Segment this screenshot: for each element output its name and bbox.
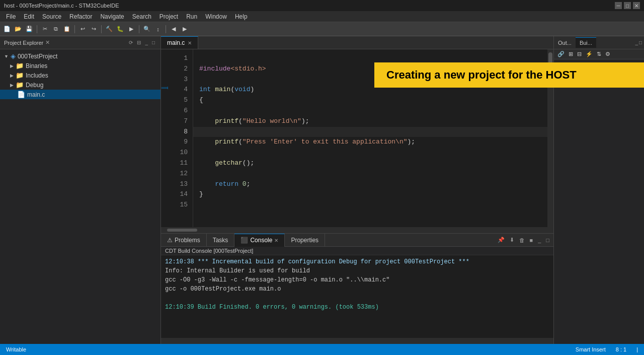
tree-item-debug[interactable]: ▶ 📁 Debug bbox=[0, 80, 160, 90]
ln-7: 7 bbox=[168, 116, 188, 127]
panel-header-controls[interactable]: ⟳ ⊟ _ □ bbox=[127, 39, 156, 46]
window-controls[interactable]: ─ □ ✕ bbox=[615, 2, 640, 9]
code-line-5: { bbox=[193, 95, 547, 106]
tree-mainc-label: main.c bbox=[27, 91, 45, 98]
toolbar-cut[interactable]: ✂ bbox=[40, 24, 50, 34]
ln-12: 12 bbox=[168, 169, 188, 179]
right-panel-minimize[interactable]: _ bbox=[635, 40, 638, 45]
toolbar-debug[interactable]: 🐛 bbox=[115, 24, 125, 34]
right-tb-settings[interactable]: ⚙ bbox=[604, 50, 612, 58]
folder-icon: 📁 bbox=[16, 62, 24, 69]
includes-folder-icon: 📁 bbox=[16, 72, 24, 79]
right-tb-sort[interactable]: ⇅ bbox=[595, 50, 603, 58]
status-divider: | bbox=[634, 346, 640, 352]
console-stop-btn[interactable]: ■ bbox=[528, 237, 535, 244]
right-tb-collapse[interactable]: ⊟ bbox=[576, 50, 583, 58]
right-panel-controls[interactable]: _ □ bbox=[633, 40, 644, 45]
editor-tab-mainc[interactable]: main.c ✕ bbox=[161, 36, 198, 49]
right-panel-maximize[interactable]: □ bbox=[639, 40, 642, 45]
editor-hscroll[interactable] bbox=[161, 227, 553, 233]
tab-close-icon[interactable]: ✕ bbox=[188, 40, 192, 46]
toolbar-paste[interactable]: 📋 bbox=[62, 24, 72, 34]
code-line-11: getchar(); bbox=[193, 158, 547, 169]
right-tab-build[interactable]: Bui... bbox=[576, 37, 596, 48]
menu-file[interactable]: File bbox=[2, 12, 20, 21]
toolbar-prev[interactable]: ◀ bbox=[169, 24, 179, 34]
toolbar-open[interactable]: 📂 bbox=[13, 24, 23, 34]
toolbar-next[interactable]: ▶ bbox=[180, 24, 190, 34]
console-line-1: 12:10:38 *** Incremental build of config… bbox=[165, 257, 549, 266]
menu-edit[interactable]: Edit bbox=[20, 12, 38, 21]
hscroll-thumb[interactable] bbox=[167, 229, 197, 232]
menu-source[interactable]: Source bbox=[38, 12, 65, 21]
maximize-button[interactable]: □ bbox=[624, 2, 631, 9]
console-line-6: 12:10:39 Build Finished. 0 errors, 0 war… bbox=[165, 303, 549, 312]
menu-refactor[interactable]: Refactor bbox=[65, 12, 96, 21]
right-tb-filter[interactable]: ⚡ bbox=[584, 50, 594, 58]
console-hscroll[interactable] bbox=[161, 338, 553, 344]
right-toolbar[interactable]: 🔗 ⊞ ⊟ ⚡ ⇅ ⚙ bbox=[554, 49, 644, 59]
tree-item-project[interactable]: ▼ ◈ 000TestProject bbox=[0, 51, 160, 61]
menu-window[interactable]: Window bbox=[201, 12, 231, 21]
right-tb-expand[interactable]: ⊞ bbox=[567, 50, 575, 58]
close-button[interactable]: ✕ bbox=[633, 2, 640, 9]
console-line-2: Info: Internal Builder is used for build bbox=[165, 266, 549, 275]
minimize-button[interactable]: ─ bbox=[615, 2, 622, 9]
toolbar-search[interactable]: 🔍 bbox=[142, 24, 152, 34]
menu-help[interactable]: Help bbox=[231, 12, 252, 21]
project-explorer-header: Project Explorer ✕ ⟳ ⊟ _ □ bbox=[0, 36, 160, 49]
tree-binaries-arrow: ▶ bbox=[10, 63, 14, 68]
toolbar-copy[interactable]: ⧉ bbox=[51, 24, 61, 34]
tree-item-binaries[interactable]: ▶ 📁 Binaries bbox=[0, 61, 160, 70]
toolbar-redo[interactable]: ↪ bbox=[89, 24, 99, 34]
title-bar: host - 000TestProject/main.c - STM32Cube… bbox=[0, 0, 644, 11]
console-minimize-btn[interactable]: _ bbox=[536, 237, 543, 244]
sync-icon[interactable]: ⟳ bbox=[127, 39, 134, 46]
problems-tab-icon: ⚠ bbox=[167, 237, 173, 244]
console-line-5 bbox=[165, 294, 549, 303]
tab-console[interactable]: ⬛ Console ✕ bbox=[234, 234, 285, 247]
toolbar-build[interactable]: 🔨 bbox=[104, 24, 114, 34]
maximize-panel-icon[interactable]: □ bbox=[150, 39, 156, 46]
close-icon[interactable]: ✕ bbox=[45, 39, 50, 46]
breakpoint-column: ⟹ bbox=[161, 49, 168, 227]
menu-search[interactable]: Search bbox=[128, 12, 155, 21]
menu-run[interactable]: Run bbox=[182, 12, 201, 21]
properties-tab-label: Properties bbox=[291, 237, 318, 244]
console-header: CDT Build Console [000TestProject] bbox=[161, 247, 553, 255]
console-maximize-btn[interactable]: □ bbox=[544, 237, 551, 244]
collapse-icon[interactable]: ⊟ bbox=[135, 39, 142, 46]
bottom-tab-controls[interactable]: 📌 ⬇ 🗑 ■ _ □ bbox=[494, 236, 553, 244]
tree-expand-arrow: ▼ bbox=[4, 54, 9, 59]
console-area[interactable]: 12:10:38 *** Incremental build of config… bbox=[161, 255, 553, 338]
toolbar-ref[interactable]: ↕ bbox=[153, 24, 163, 34]
toolbar-run[interactable]: ▶ bbox=[126, 24, 136, 34]
toolbar-sep-2 bbox=[74, 25, 75, 33]
code-line-6 bbox=[193, 106, 547, 116]
right-tabs: Out... Bui... _ □ bbox=[554, 36, 644, 49]
tab-tasks[interactable]: Tasks bbox=[207, 234, 235, 247]
console-tab-close[interactable]: ✕ bbox=[274, 238, 278, 243]
menu-navigate[interactable]: Navigate bbox=[96, 12, 128, 21]
console-clear-btn[interactable]: 🗑 bbox=[517, 237, 527, 244]
code-line-14: } bbox=[193, 189, 547, 200]
status-writable: Writable bbox=[4, 346, 28, 352]
minimize-panel-icon[interactable]: _ bbox=[143, 39, 149, 46]
ln-4: 4 bbox=[168, 85, 188, 95]
ln-9: 9 bbox=[168, 137, 188, 148]
tab-problems[interactable]: ⚠ Problems bbox=[161, 234, 207, 247]
ln-14: 14 bbox=[168, 189, 188, 200]
console-pin-btn[interactable]: 📌 bbox=[496, 236, 507, 244]
tab-properties[interactable]: Properties bbox=[285, 234, 325, 247]
status-left: Writable bbox=[4, 346, 28, 352]
toolbar-new[interactable]: 📄 bbox=[2, 24, 12, 34]
toolbar-undo[interactable]: ↩ bbox=[77, 24, 88, 34]
tree-item-mainc[interactable]: 📄 main.c bbox=[0, 90, 160, 99]
console-scroll-btn[interactable]: ⬇ bbox=[508, 236, 516, 244]
toolbar-save[interactable]: 💾 bbox=[24, 24, 34, 34]
menu-project[interactable]: Project bbox=[155, 12, 182, 21]
tree-debug-arrow: ▶ bbox=[10, 83, 14, 88]
right-tb-link[interactable]: 🔗 bbox=[556, 50, 566, 58]
right-tab-outline[interactable]: Out... bbox=[554, 38, 576, 48]
tree-item-includes[interactable]: ▶ 📁 Includes bbox=[0, 70, 160, 80]
